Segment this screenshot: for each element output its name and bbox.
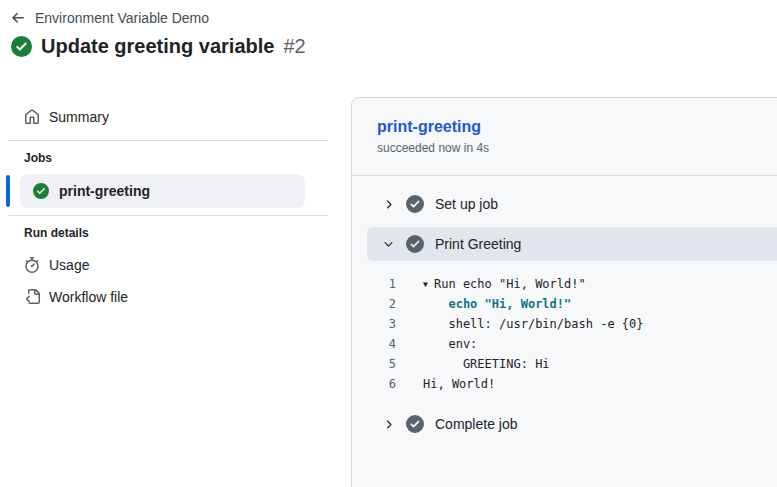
step-label: Set up job — [435, 196, 498, 212]
breadcrumb-label[interactable]: Environment Variable Demo — [35, 10, 209, 26]
log-line: 1 ▼Run echo "Hi, World!" — [352, 274, 777, 294]
run-title: Update greeting variable #2 — [11, 35, 306, 58]
breadcrumb[interactable]: Environment Variable Demo — [10, 10, 209, 26]
sidebar-item-label: Usage — [49, 257, 89, 273]
log-line-text: echo "Hi, World!" — [423, 294, 571, 314]
sidebar-item-label: Workflow file — [49, 289, 128, 305]
sidebar-item-label: Summary — [49, 109, 109, 125]
job-header: print-greeting succeeded now in 4s — [352, 98, 777, 176]
log-line-number[interactable]: 2 — [352, 294, 396, 314]
log-line-text: shell: /usr/bin/bash -e {0} — [423, 314, 644, 334]
step-success-icon — [406, 415, 424, 433]
log-line-text: GREETING: Hi — [423, 354, 550, 374]
job-item-label: print-greeting — [59, 183, 150, 199]
sidebar-divider — [8, 140, 328, 141]
step-row-complete-job[interactable]: Complete job — [352, 410, 777, 438]
chevron-right-icon[interactable] — [382, 198, 395, 211]
step-row-set-up-job[interactable]: Set up job — [352, 190, 777, 218]
sidebar-divider — [8, 215, 328, 216]
log-line-text: Run echo "Hi, World!" — [434, 277, 586, 291]
log-line: 3 shell: /usr/bin/bash -e {0} — [352, 314, 777, 334]
job-status-line: succeeded now in 4s — [377, 141, 763, 155]
log-output: 1 ▼Run echo "Hi, World!" 2 echo "Hi, Wor… — [352, 274, 777, 394]
file-code-icon — [24, 289, 40, 305]
selected-accent-bar — [6, 175, 10, 207]
sidebar-item-workflow-file[interactable]: Workflow file — [0, 281, 336, 313]
step-success-icon — [406, 235, 424, 253]
log-line-number[interactable]: 1 — [352, 274, 396, 294]
sidebar: Summary Jobs print-greeting Run details … — [0, 96, 336, 313]
step-label: Complete job — [435, 416, 518, 432]
log-line-text: env: — [423, 334, 477, 354]
sidebar-job-row: print-greeting — [6, 174, 336, 208]
success-check-icon — [11, 36, 32, 57]
step-row-print-greeting[interactable]: Print Greeting — [367, 227, 777, 261]
log-line: 6 Hi, World! — [352, 374, 777, 394]
home-icon — [24, 109, 40, 125]
chevron-right-icon[interactable] — [382, 418, 395, 431]
step-success-icon — [406, 195, 424, 213]
sidebar-item-print-greeting[interactable]: print-greeting — [20, 174, 305, 208]
log-line: 4 env: — [352, 334, 777, 354]
success-check-icon — [33, 183, 49, 199]
sidebar-item-summary[interactable]: Summary — [0, 101, 336, 133]
log-line-number[interactable]: 6 — [352, 374, 396, 394]
job-name-link[interactable]: print-greeting — [377, 118, 763, 136]
jobs-heading: Jobs — [0, 151, 336, 165]
log-line-number[interactable]: 4 — [352, 334, 396, 354]
arrow-left-icon — [10, 10, 26, 26]
log-line: 2 echo "Hi, World!" — [352, 294, 777, 314]
stopwatch-icon — [24, 257, 40, 273]
log-line: 5 GREETING: Hi — [352, 354, 777, 374]
step-label: Print Greeting — [435, 236, 521, 252]
run-details-heading: Run details — [0, 226, 336, 240]
sidebar-item-usage[interactable]: Usage — [0, 249, 336, 281]
log-line-number[interactable]: 3 — [352, 314, 396, 334]
log-line-number[interactable]: 5 — [352, 354, 396, 374]
run-number: #2 — [283, 35, 305, 58]
collapse-triangle-icon[interactable]: ▼ — [423, 275, 434, 295]
log-line-text: Hi, World! — [423, 374, 495, 394]
page-title: Update greeting variable — [41, 35, 274, 58]
chevron-down-icon[interactable] — [382, 238, 395, 251]
job-log-panel: print-greeting succeeded now in 4s Set u… — [351, 97, 777, 487]
